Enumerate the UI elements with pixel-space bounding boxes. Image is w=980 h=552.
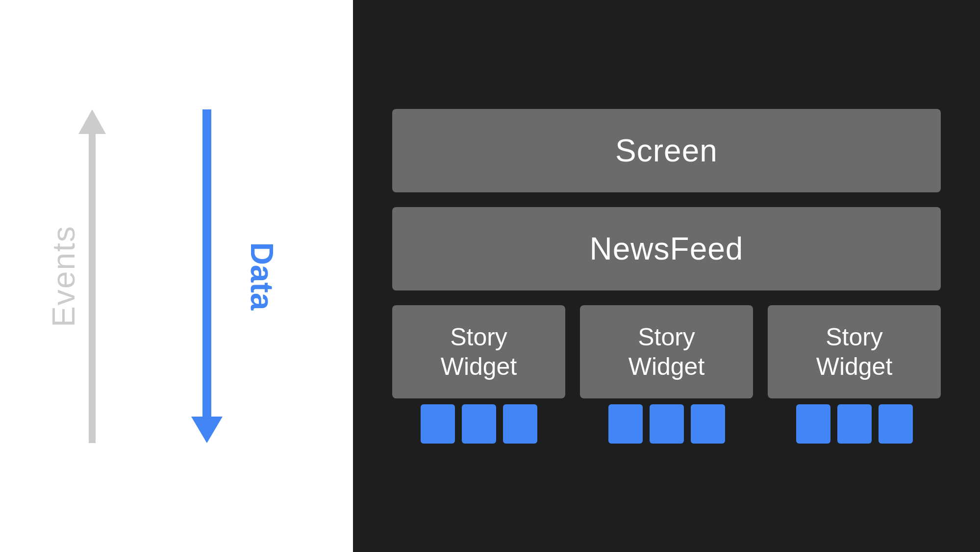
blue-item-3-1 — [796, 404, 830, 444]
events-arrow: Events — [78, 109, 106, 443]
blue-item-2-1 — [608, 404, 643, 444]
story-widgets-row: StoryWidget StoryWidget StoryWidget — [392, 305, 941, 444]
data-arrow: Data — [191, 109, 223, 443]
blue-item-2-3 — [691, 404, 725, 444]
data-label: Data — [244, 242, 280, 310]
story-widget-group-3: StoryWidget — [768, 305, 941, 444]
events-label: Events — [46, 225, 82, 327]
right-panel: Screen NewsFeed StoryWidget StoryWidget — [353, 0, 980, 552]
story-widget-box-1: StoryWidget — [392, 305, 565, 398]
screen-box: Screen — [392, 109, 941, 192]
screen-label: Screen — [615, 132, 718, 169]
blue-items-row-1 — [421, 404, 537, 444]
newsfeed-box: NewsFeed — [392, 207, 941, 290]
data-arrow-line — [202, 109, 211, 417]
story-widget-label-2: StoryWidget — [628, 322, 705, 381]
blue-item-2-2 — [650, 404, 684, 444]
blue-item-1-3 — [503, 404, 537, 444]
events-arrow-line — [89, 134, 96, 443]
story-widget-group-1: StoryWidget — [392, 305, 565, 444]
story-widget-box-2: StoryWidget — [580, 305, 753, 398]
events-arrowhead — [78, 109, 106, 134]
blue-item-1-2 — [462, 404, 496, 444]
blue-items-row-3 — [796, 404, 913, 444]
story-widget-group-2: StoryWidget — [580, 305, 753, 444]
data-arrowhead — [191, 417, 223, 443]
story-widget-box-3: StoryWidget — [768, 305, 941, 398]
blue-item-1-1 — [421, 404, 455, 444]
left-panel: Events Data — [0, 0, 353, 552]
story-widget-label-3: StoryWidget — [816, 322, 893, 381]
newsfeed-label: NewsFeed — [590, 231, 744, 267]
blue-items-row-2 — [608, 404, 725, 444]
blue-item-3-3 — [879, 404, 913, 444]
story-widget-label-1: StoryWidget — [441, 322, 517, 381]
blue-item-3-2 — [837, 404, 872, 444]
data-arrow-container: Data — [191, 39, 223, 513]
events-arrow-container: Events — [78, 39, 106, 513]
